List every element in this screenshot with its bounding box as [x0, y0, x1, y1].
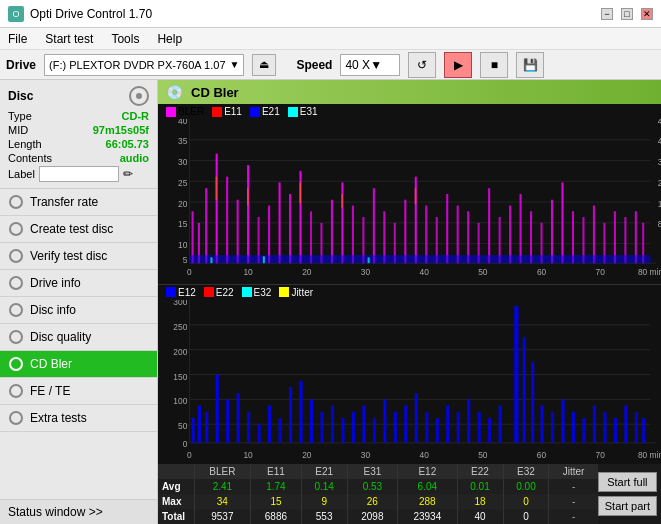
e12-color — [166, 287, 176, 297]
svg-rect-108 — [192, 418, 195, 443]
svg-rect-134 — [436, 418, 439, 443]
titlebar-controls[interactable]: − □ ✕ — [601, 8, 653, 20]
start-button[interactable]: ▶ — [444, 52, 472, 78]
max-e22: 18 — [457, 494, 503, 509]
svg-rect-125 — [341, 418, 344, 443]
speed-value: 40 X — [345, 58, 370, 72]
sidebar-item-disc-quality[interactable]: Disc quality — [0, 324, 157, 351]
sidebar-item-create-test-disc[interactable]: Create test disc — [0, 216, 157, 243]
drive-label: Drive — [6, 58, 36, 72]
svg-rect-119 — [299, 380, 302, 442]
drive-value: (F:) PLEXTOR DVDR PX-760A 1.07 — [49, 59, 225, 71]
sidebar-label-fe-te: FE / TE — [30, 384, 70, 398]
svg-text:10: 10 — [243, 449, 252, 460]
svg-rect-126 — [352, 411, 355, 442]
titlebar-left: O Opti Drive Control 1.70 — [8, 6, 152, 22]
status-window-button[interactable]: Status window >> — [0, 499, 157, 524]
sidebar-item-verify-test-disc[interactable]: Verify test disc — [0, 243, 157, 270]
col-header-e12: E12 — [398, 464, 457, 479]
svg-rect-33 — [205, 188, 207, 263]
svg-text:25: 25 — [178, 178, 187, 188]
menu-tools[interactable]: Tools — [107, 30, 143, 48]
bottom-section: BLER E11 E21 E31 E12 E22 E32 Jitter Avg — [158, 464, 661, 524]
svg-rect-41 — [289, 194, 291, 263]
svg-rect-66 — [551, 200, 553, 263]
contents-label: Contents — [8, 152, 52, 164]
svg-rect-35 — [226, 177, 228, 264]
disc-quality-icon — [8, 329, 24, 345]
avg-e21: 0.14 — [301, 479, 347, 494]
svg-rect-147 — [593, 405, 596, 442]
maximize-button[interactable]: □ — [621, 8, 633, 20]
disc-type-row: Type CD-R — [8, 110, 149, 122]
sidebar-item-disc-info[interactable]: Disc info — [0, 297, 157, 324]
svg-text:200: 200 — [173, 346, 187, 357]
sidebar: Disc Type CD-R MID 97m15s05f Length 66:0… — [0, 80, 158, 524]
save-button[interactable]: 💾 — [516, 52, 544, 78]
svg-rect-121 — [514, 306, 518, 443]
total-e32: 0 — [503, 509, 549, 524]
upper-legend: BLER E11 E21 E31 — [158, 104, 661, 119]
svg-rect-124 — [331, 405, 334, 442]
svg-text:35: 35 — [178, 136, 187, 146]
svg-text:10: 10 — [243, 266, 252, 276]
svg-rect-84 — [368, 257, 370, 263]
e12-label: E12 — [178, 287, 196, 298]
drive-selector[interactable]: (F:) PLEXTOR DVDR PX-760A 1.07 ▼ — [44, 54, 244, 76]
svg-rect-142 — [540, 405, 543, 442]
refresh-button[interactable]: ↺ — [408, 52, 436, 78]
svg-text:40: 40 — [420, 449, 429, 460]
max-label: Max — [158, 494, 194, 509]
svg-rect-138 — [478, 411, 481, 442]
label-edit-icon[interactable]: ✏ — [123, 167, 133, 181]
stats-max-row: Max 34 15 9 26 288 18 0 - — [158, 494, 598, 509]
close-button[interactable]: ✕ — [641, 8, 653, 20]
minimize-button[interactable]: − — [601, 8, 613, 20]
max-e32: 0 — [503, 494, 549, 509]
fe-te-icon — [8, 383, 24, 399]
total-label: Total — [158, 509, 194, 524]
disc-section: Disc Type CD-R MID 97m15s05f Length 66:0… — [0, 80, 157, 189]
avg-label: Avg — [158, 479, 194, 494]
legend-bler: BLER — [166, 106, 204, 117]
col-header-e21: E21 — [301, 464, 347, 479]
svg-rect-145 — [572, 411, 575, 442]
start-full-button[interactable]: Start full — [598, 472, 657, 492]
svg-text:50: 50 — [478, 449, 487, 460]
sidebar-label-transfer-rate: Transfer rate — [30, 195, 98, 209]
avg-e22: 0.01 — [457, 479, 503, 494]
col-header-label — [158, 464, 194, 479]
e22-color — [204, 287, 214, 297]
sidebar-item-extra-tests[interactable]: Extra tests — [0, 405, 157, 432]
svg-rect-45 — [331, 200, 333, 263]
sidebar-item-transfer-rate[interactable]: Transfer rate — [0, 189, 157, 216]
svg-rect-56 — [446, 194, 448, 263]
svg-rect-144 — [561, 399, 564, 442]
svg-text:100: 100 — [173, 395, 187, 406]
svg-rect-83 — [263, 256, 265, 263]
eject-button[interactable]: ⏏ — [252, 54, 276, 76]
sidebar-item-drive-info[interactable]: Drive info — [0, 270, 157, 297]
label-input[interactable] — [39, 166, 119, 182]
svg-rect-54 — [425, 206, 427, 264]
avg-jitter: - — [549, 479, 598, 494]
speed-selector[interactable]: 40 X ▼ — [340, 54, 400, 76]
stop-button[interactable]: ■ — [480, 52, 508, 78]
type-label: Type — [8, 110, 32, 122]
menu-start-test[interactable]: Start test — [41, 30, 97, 48]
svg-rect-137 — [467, 399, 470, 442]
svg-rect-113 — [237, 393, 240, 443]
start-part-button[interactable]: Start part — [598, 496, 657, 516]
app-title: Opti Drive Control 1.70 — [30, 7, 152, 21]
sidebar-label-extra-tests: Extra tests — [30, 411, 87, 425]
svg-rect-141 — [531, 362, 534, 443]
sidebar-item-fe-te[interactable]: FE / TE — [0, 378, 157, 405]
menu-file[interactable]: File — [4, 30, 31, 48]
svg-text:40: 40 — [420, 266, 429, 276]
sidebar-item-cd-bler[interactable]: CD Bler — [0, 351, 157, 378]
menubar: File Start test Tools Help — [0, 28, 661, 50]
menu-help[interactable]: Help — [153, 30, 186, 48]
svg-rect-146 — [582, 418, 585, 443]
legend-e21: E21 — [250, 106, 280, 117]
e32-label: E32 — [254, 287, 272, 298]
